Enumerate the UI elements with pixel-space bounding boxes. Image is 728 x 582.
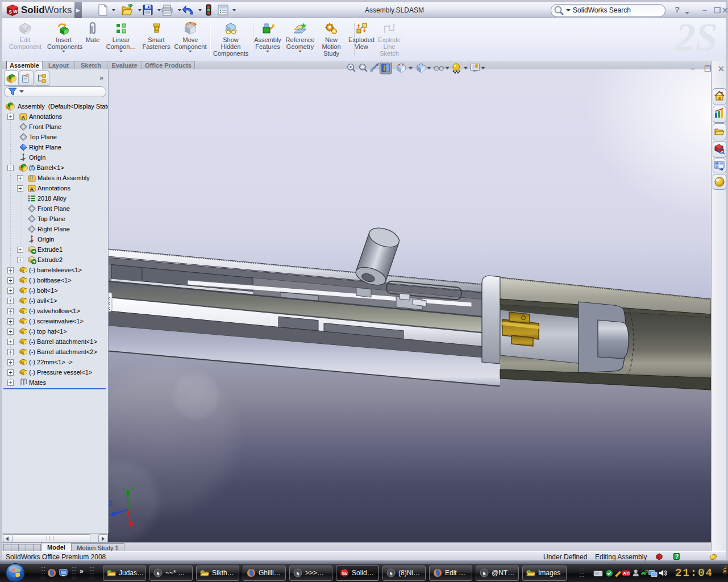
- svg-text:ATI: ATI: [623, 571, 630, 576]
- svg-text:?: ?: [675, 554, 679, 560]
- svg-text:Z: Z: [108, 500, 112, 507]
- svg-text:S: S: [9, 10, 13, 15]
- svg-text:W: W: [13, 9, 18, 14]
